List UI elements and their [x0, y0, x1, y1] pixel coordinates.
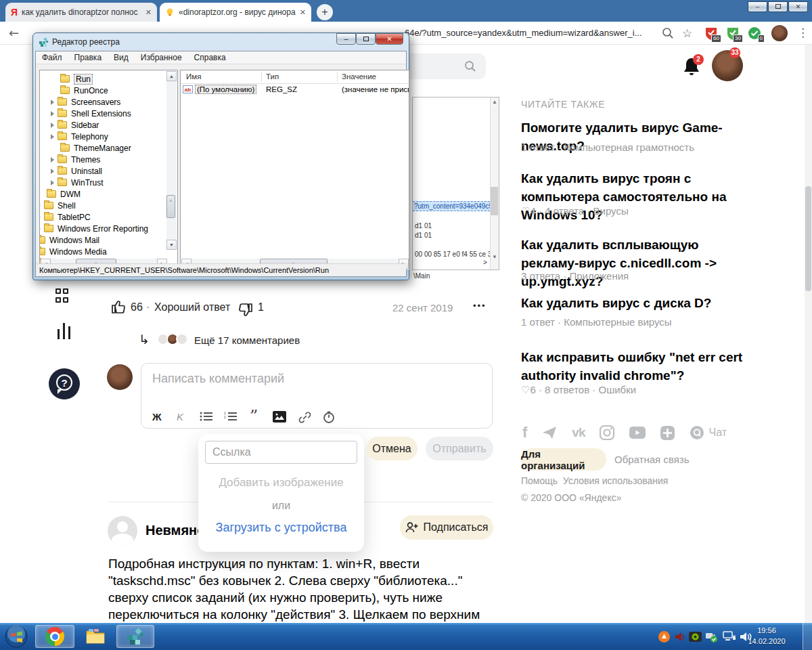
upload-from-device-link[interactable]: Загрузить с устройства	[198, 521, 364, 535]
tree-item-screensavers[interactable]: Screensavers	[51, 96, 120, 108]
expand-icon[interactable]	[39, 215, 41, 220]
new-tab-button[interactable]: +	[317, 4, 333, 20]
scroll-down-icon[interactable]: ▼	[166, 240, 177, 250]
related-question-title[interactable]: Как исправить ошибку "net err cert autho…	[521, 348, 751, 385]
column-value[interactable]: Значение	[342, 72, 376, 81]
cancel-button[interactable]: Отмена	[366, 437, 418, 460]
taskbar-clock[interactable]: 19:56 14.02.2020	[740, 625, 793, 647]
tree-item-wintrust[interactable]: WinTrust	[51, 177, 104, 188]
avast-tray-icon[interactable]	[658, 630, 671, 646]
feedback-link[interactable]: Обратная связь	[614, 454, 690, 465]
more-comments-link[interactable]: Ещё 17 комментариев	[194, 334, 300, 346]
thumbs-down-icon[interactable]	[238, 302, 254, 318]
column-name[interactable]: Имя	[186, 72, 201, 81]
window-close-button[interactable]: ✕	[788, 1, 808, 12]
extension-shield-icon[interactable]: 30	[725, 26, 740, 41]
related-question-title[interactable]: Как удалить всплывающую рекламу-вирус c.…	[521, 236, 751, 290]
timer-icon[interactable]	[323, 411, 335, 423]
browser-menu-kebab-icon[interactable]: ⋮	[797, 26, 809, 39]
telegram-icon[interactable]	[542, 426, 557, 439]
tree-item-uninstall[interactable]: Uninstall	[51, 165, 102, 177]
tree-item-windows-error-reporting[interactable]: Windows Error Reporting	[39, 223, 148, 234]
registry-editor-window[interactable]: Редактор реестра – ✕ Файл Правка Вид Изб…	[32, 32, 409, 280]
send-button[interactable]: Отправить	[426, 437, 493, 460]
registry-maximize-button[interactable]	[356, 33, 376, 45]
registry-titlebar[interactable]: Редактор реестра – ✕	[35, 33, 407, 51]
tree-item-windows-media[interactable]: Windows Media	[39, 246, 107, 257]
bold-icon[interactable]: Ж	[152, 411, 162, 422]
link-icon[interactable]	[298, 411, 311, 424]
tab-close-icon[interactable]: ✕	[145, 8, 152, 17]
taskbar-regedit-button[interactable]	[116, 625, 154, 648]
window-maximize-button[interactable]	[768, 1, 788, 12]
zen-plus-icon[interactable]	[660, 426, 675, 440]
usb-safely-remove-tray-icon[interactable]	[704, 630, 718, 646]
stats-bars-icon[interactable]	[57, 322, 73, 340]
answer-embedded-image[interactable]: ?utm_content=934e049c926 d1 01 d1 01 00 …	[412, 97, 499, 270]
apps-grid-icon[interactable]	[55, 288, 70, 303]
menu-edit[interactable]: Правка	[68, 53, 108, 62]
answer-more-menu[interactable]: •••	[473, 301, 487, 311]
start-button[interactable]	[2, 625, 30, 648]
expand-icon[interactable]	[39, 203, 41, 209]
menu-help[interactable]: Справка	[188, 53, 232, 62]
chat-link[interactable]: Чат	[690, 425, 727, 440]
italic-icon[interactable]: K	[177, 411, 183, 422]
tree-item-windows-mail[interactable]: Windows Mail	[39, 234, 99, 246]
expand-icon[interactable]	[51, 169, 54, 174]
bullet-list-icon[interactable]	[200, 411, 213, 422]
good-answer-label[interactable]: Хороший ответ	[154, 301, 230, 313]
image-icon[interactable]	[273, 411, 286, 422]
browser-tab-1[interactable]: Я как удалить dinoraptzor полнос ✕	[5, 3, 157, 22]
thumbs-up-icon[interactable]	[110, 299, 127, 315]
extension-check-icon[interactable]: 0	[747, 26, 762, 41]
taskbar-chrome-button[interactable]	[35, 625, 74, 648]
menu-favorites[interactable]: Избранное	[135, 53, 188, 62]
zoom-icon[interactable]	[662, 27, 674, 39]
quote-icon[interactable]: ”	[250, 407, 258, 426]
browser-profile-avatar[interactable]	[771, 25, 788, 41]
tree-item-thememanager[interactable]: ThemeManager	[60, 142, 131, 154]
numbered-list-icon[interactable]: 1 2	[224, 411, 238, 422]
window-minimize-button[interactable]: –	[748, 1, 767, 12]
expand-icon[interactable]	[51, 157, 54, 162]
subscribe-button[interactable]: Подписаться	[400, 515, 493, 540]
volume-mixer-tray-icon[interactable]	[674, 630, 687, 646]
back-icon[interactable]: ←	[9, 26, 19, 40]
tree-vertical-scrollbar[interactable]: ▲ ▼ ≡	[166, 71, 177, 250]
comment-input[interactable]: Написать комментарий Ж K 1 2 ”	[141, 363, 493, 429]
expand-icon[interactable]	[51, 100, 54, 105]
link-input[interactable]	[205, 441, 357, 464]
expand-icon[interactable]	[39, 226, 41, 232]
scroll-up-icon[interactable]: ▲	[492, 99, 497, 105]
help-link[interactable]: Помощь	[521, 475, 558, 486]
extension-adblock-icon[interactable]: 60	[704, 26, 719, 41]
network-tray-icon[interactable]	[723, 630, 736, 646]
tree-item-run[interactable]: Run	[60, 73, 93, 85]
scroll-up-icon[interactable]: ▲	[166, 71, 177, 81]
expand-icon[interactable]	[51, 123, 54, 128]
registry-close-button[interactable]: ✕	[376, 33, 403, 45]
tree-item-tabletpc[interactable]: TabletPC	[39, 211, 91, 223]
page-scrollbar[interactable]	[805, 45, 812, 623]
tree-item-shell[interactable]: Shell	[39, 200, 76, 211]
registry-minimize-button[interactable]: –	[336, 33, 356, 45]
tree-item-dwm[interactable]: DWM	[47, 188, 81, 200]
for-organizations-button[interactable]: Для организаций	[521, 448, 606, 471]
yandex-q-logo[interactable]: ?	[49, 368, 80, 399]
tree-item-themes[interactable]: Themes	[51, 154, 100, 165]
expand-icon[interactable]	[51, 134, 54, 139]
tree-scroll-thumb[interactable]: ≡	[166, 195, 175, 218]
tab-close-icon[interactable]: ✕	[300, 8, 306, 17]
column-type[interactable]: Тип	[266, 72, 279, 81]
facebook-icon[interactable]: f	[522, 424, 527, 441]
registry-tree-panel[interactable]: Run RunOnce Screensavers Shell Extension…	[39, 70, 178, 270]
author-name[interactable]: Невмяно	[145, 523, 205, 538]
menu-view[interactable]: Вид	[108, 53, 135, 62]
scroll-down-icon[interactable]: ▼	[492, 254, 497, 260]
expand-icon[interactable]	[51, 180, 54, 186]
expand-icon[interactable]	[51, 111, 54, 116]
tree-item-sidebar[interactable]: Sidebar	[51, 119, 99, 131]
bookmark-star-icon[interactable]: ☆	[682, 26, 692, 40]
menu-file[interactable]: Файл	[36, 53, 68, 62]
